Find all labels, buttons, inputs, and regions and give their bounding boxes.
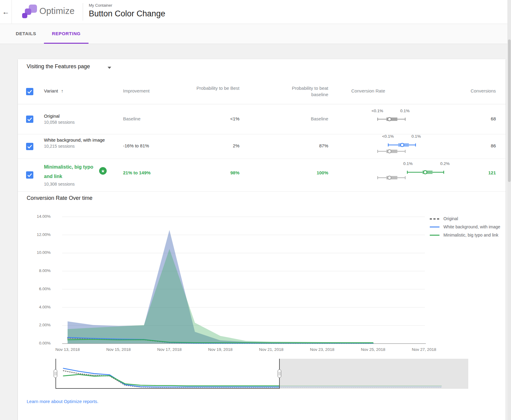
blue-line-swatch-icon xyxy=(430,227,439,227)
date-range-slider xyxy=(55,359,468,389)
table-header-row: Variant ↑ Improvement Probability to be … xyxy=(18,79,506,104)
slider-handle-right[interactable] xyxy=(278,369,281,378)
variant-sessions: 10,058 sessions xyxy=(44,119,115,125)
optimize-logo-icon xyxy=(22,5,37,19)
chart-title: Conversion Rate Over time xyxy=(27,195,92,201)
variant-sessions: 10,308 sessions xyxy=(44,181,99,187)
x-axis-label: Nov 13, 2018 xyxy=(48,347,87,352)
slider-selected-region[interactable] xyxy=(55,359,279,389)
page-scrollbar[interactable] xyxy=(507,0,511,420)
column-header-variant[interactable]: Variant ↑ xyxy=(44,88,63,93)
x-axis-label: Nov 15, 2018 xyxy=(99,347,138,352)
column-header-prob-best: Probability to be Best xyxy=(185,85,239,91)
tab-reporting[interactable]: REPORTING xyxy=(44,24,89,44)
y-axis-label: 12.00% xyxy=(27,232,51,237)
legend-item-white-background: White background, with image xyxy=(430,224,506,230)
tab-bar: DETAILS REPORTING xyxy=(0,24,511,44)
column-header-conversion-rate: Conversion Rate xyxy=(351,88,385,93)
objective-selector[interactable]: Visiting the Features page xyxy=(27,63,90,72)
experiment-title: Button Color Change xyxy=(89,9,165,18)
conversions-value: 121 xyxy=(435,170,496,175)
conversions-value: 68 xyxy=(435,116,496,121)
column-header-conversions: Conversions xyxy=(435,88,496,93)
x-axis-label: Nov 17, 2018 xyxy=(150,347,189,352)
green-line-swatch-icon xyxy=(430,235,439,236)
header-divider xyxy=(83,3,83,21)
sort-arrow-icon: ↑ xyxy=(61,88,64,93)
prob-best-value: <1% xyxy=(179,116,239,121)
container-label: My Container xyxy=(89,3,112,8)
y-axis-label: 6.00% xyxy=(27,287,51,291)
conversions-value: 86 xyxy=(435,143,496,148)
legend-item-original: Original xyxy=(430,216,506,222)
column-header-improvement: Improvement xyxy=(123,88,150,93)
column-header-prob-beat: Probability to beat baseline xyxy=(277,85,328,98)
product-name: Optimize xyxy=(39,6,75,16)
prob-best-value: 98% xyxy=(179,170,239,175)
y-axis-label: 0.00% xyxy=(27,341,51,345)
row-checkbox-white-background[interactable] xyxy=(26,143,33,150)
app-header: ← Optimize My Container Button Color Cha… xyxy=(0,0,511,24)
x-axis-label: Nov 25, 2018 xyxy=(353,347,393,352)
prob-beat-value: Baseline xyxy=(268,116,328,121)
leader-star-icon: ★ xyxy=(99,167,107,175)
y-axis-label: 2.00% xyxy=(27,323,51,327)
table-row-original: Original 10,058 sessions Baseline <1% Ba… xyxy=(18,104,506,134)
row-checkbox-minimalistic[interactable] xyxy=(26,171,33,179)
slider-unselected-region[interactable] xyxy=(279,359,468,389)
x-axis-label: Nov 27, 2018 xyxy=(404,347,444,352)
back-button[interactable]: ← xyxy=(0,0,12,24)
prob-beat-value: 100% xyxy=(268,170,328,175)
y-axis-label: 8.00% xyxy=(27,268,51,273)
dashed-line-swatch-icon xyxy=(430,218,439,220)
x-axis-label: Nov 23, 2018 xyxy=(302,347,342,352)
improvement-value: Baseline xyxy=(123,116,141,121)
table-row-white-background: White background, with image 10,215 sess… xyxy=(18,134,506,159)
x-axis-label: Nov 19, 2018 xyxy=(201,347,240,352)
learn-more-link[interactable]: Learn more about Optimize reports. xyxy=(27,399,99,404)
legend-item-minimalistic: Minimalistic, big typo and link xyxy=(430,232,506,238)
improvement-value: 21% to 149% xyxy=(123,170,151,175)
prob-best-value: 2% xyxy=(179,143,239,148)
y-axis-label: 14.00% xyxy=(27,214,51,219)
y-axis-label: 4.00% xyxy=(27,305,51,309)
variant-name: Original 10,058 sessions xyxy=(44,113,115,125)
chart-legend: Original White background, with image Mi… xyxy=(430,216,506,240)
select-all-checkbox[interactable] xyxy=(26,88,33,95)
conversion-rate-chart xyxy=(55,212,430,347)
row-checkbox-original[interactable] xyxy=(26,116,33,123)
table-row-minimalistic: Minimalistic, big typo and link 10,308 s… xyxy=(18,159,506,192)
prob-beat-value: 87% xyxy=(268,143,328,148)
slider-handle-left[interactable] xyxy=(54,369,57,378)
tab-details[interactable]: DETAILS xyxy=(8,24,44,44)
objective-label: Visiting the Features page xyxy=(27,63,90,69)
improvement-value: -16% to 81% xyxy=(123,143,149,148)
x-axis-label: Nov 21, 2018 xyxy=(252,347,291,352)
grip-icon xyxy=(279,372,280,375)
variant-name: Minimalistic, big typo and link 10,308 s… xyxy=(44,162,99,187)
grip-icon xyxy=(55,372,56,375)
y-axis-label: 10.00% xyxy=(27,250,51,255)
variant-name: White background, with image 10,215 sess… xyxy=(44,137,115,149)
variant-sessions: 10,215 sessions xyxy=(44,143,115,149)
report-card: Visiting the Features page Variant ↑ Imp… xyxy=(18,59,506,420)
scrollbar-thumb[interactable] xyxy=(508,39,511,182)
back-arrow-icon: ← xyxy=(2,8,9,16)
chevron-down-icon xyxy=(108,67,111,69)
